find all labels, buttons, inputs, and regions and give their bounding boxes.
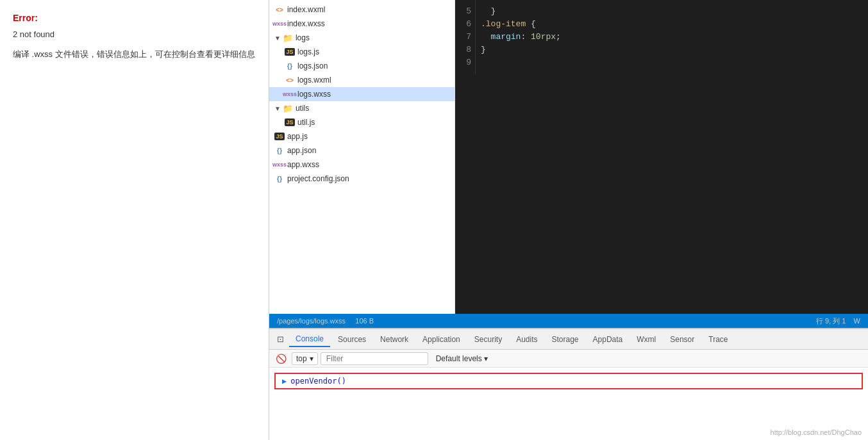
- editor-content: 56789 }.log-item { margin: 10rpx;}: [455, 0, 868, 74]
- tree-item-index-wxml[interactable]: <>index.wxml: [269, 3, 455, 17]
- tree-item-logs-js[interactable]: JSlogs.js: [269, 45, 455, 59]
- tab-sources[interactable]: Sources: [331, 332, 372, 346]
- file-icon-wxss: wxss: [274, 19, 285, 29]
- file-icon-wxss: wxss: [274, 159, 285, 170]
- file-label: logs.js: [297, 47, 319, 56]
- folder-arrow-icon: ▼: [274, 35, 281, 42]
- tab-console[interactable]: Console: [289, 332, 330, 347]
- tree-item-app-json[interactable]: {}app.json: [269, 143, 455, 158]
- tab-appdata[interactable]: AppData: [587, 332, 630, 346]
- inspect-icon[interactable]: ⊡: [273, 332, 288, 346]
- file-icon-json: {}: [285, 61, 295, 71]
- tree-item-logs-json[interactable]: {}logs.json: [269, 59, 455, 73]
- context-value: top: [296, 354, 307, 363]
- code-line: }: [481, 5, 561, 18]
- console-entry[interactable]: ▶ openVendor(): [274, 373, 863, 389]
- file-label: logs.wxss: [297, 90, 331, 99]
- folder-arrow-icon: ▼: [274, 105, 281, 112]
- status-file-path: /pages/logs/logs.wxss 106 B: [277, 317, 374, 325]
- levels-button[interactable]: Default levels ▾: [431, 353, 493, 364]
- line-number: 9: [455, 56, 475, 69]
- tab-application[interactable]: Application: [416, 332, 467, 346]
- file-icon-wxss: wxss: [285, 89, 295, 99]
- tab-security[interactable]: Security: [468, 332, 508, 346]
- devtools-panel: ⊡ Console Sources Network Application Se…: [269, 328, 868, 440]
- error-title: Error:: [13, 13, 256, 23]
- tab-storage[interactable]: Storage: [546, 332, 585, 346]
- file-icon-js: JS: [274, 131, 285, 142]
- console-entry-text: openVendor(): [290, 377, 346, 386]
- line-number: 8: [455, 44, 475, 56]
- clear-console-button[interactable]: 🚫: [273, 352, 289, 365]
- context-selector[interactable]: top ▾: [292, 352, 318, 365]
- file-tree: <>index.wxmlwxssindex.wxss▼📁logsJSlogs.j…: [269, 0, 455, 314]
- console-toolbar: 🚫 top ▾ Default levels ▾: [269, 350, 868, 368]
- error-desc: 编译 .wxss 文件错误，错误信息如上，可在控制台查看更详细信息: [13, 48, 256, 61]
- file-label: util.js: [297, 118, 315, 127]
- tree-item-app-wxss[interactable]: wxssapp.wxss: [269, 158, 455, 172]
- tree-item-index-wxss[interactable]: wxssindex.wxss: [269, 17, 455, 31]
- tree-item-project-config-json[interactable]: {}project.config.json: [269, 172, 455, 186]
- tab-sensor[interactable]: Sensor: [664, 332, 701, 346]
- code-lines: }.log-item { margin: 10rpx;}: [481, 0, 561, 74]
- main-area: <>index.wxmlwxssindex.wxss▼📁logsJSlogs.j…: [269, 0, 868, 314]
- filter-input[interactable]: [321, 352, 428, 365]
- line-number: 7: [455, 31, 475, 44]
- file-label: logs.wxml: [297, 76, 331, 85]
- tree-item-utils[interactable]: ▼📁utils: [269, 101, 455, 115]
- editor-area: 56789 }.log-item { margin: 10rpx;}: [455, 0, 868, 314]
- watermark: http://blog.csdn.net/DhgChao: [771, 428, 862, 436]
- line-number: 6: [455, 18, 475, 31]
- devtools-tabs: ⊡ Console Sources Network Application Se…: [269, 329, 868, 350]
- expand-icon: ▶: [282, 377, 287, 386]
- code-line: margin: 10rpx;: [481, 31, 561, 44]
- file-icon-wxml: <>: [285, 75, 295, 85]
- code-line: .log-item {: [481, 18, 561, 31]
- file-label: utils: [296, 104, 309, 113]
- error-panel: Error: 2 not found 编译 .wxss 文件错误，错误信息如上，…: [0, 0, 269, 440]
- file-icon-folder: 📁: [283, 33, 293, 43]
- tree-item-util-js[interactable]: JSutil.js: [269, 115, 455, 129]
- tab-trace[interactable]: Trace: [702, 332, 734, 346]
- tree-item-logs-wxss[interactable]: wxsslogs.wxss: [269, 87, 455, 101]
- file-icon-js: JS: [285, 47, 295, 57]
- tree-item-logs-wxml[interactable]: <>logs.wxml: [269, 73, 455, 87]
- file-label: app.js: [287, 132, 308, 141]
- tab-network[interactable]: Network: [374, 332, 415, 346]
- file-label: index.wxss: [287, 19, 325, 28]
- file-icon-js: JS: [285, 117, 295, 127]
- right-panel: <>index.wxmlwxssindex.wxss▼📁logsJSlogs.j…: [269, 0, 868, 440]
- chevron-down-icon: ▾: [310, 354, 313, 363]
- status-bar: /pages/logs/logs.wxss 106 B 行 9, 列 1 W: [269, 314, 868, 328]
- status-position: 行 9, 列 1 W: [816, 316, 860, 326]
- levels-arrow-icon: ▾: [484, 354, 488, 363]
- file-label: index.wxml: [287, 5, 325, 14]
- file-icon-folder: 📁: [283, 103, 293, 113]
- line-number: 5: [455, 5, 475, 18]
- file-icon-json: {}: [274, 145, 285, 156]
- file-label: app.json: [287, 146, 316, 155]
- tab-wxml[interactable]: Wxml: [630, 332, 662, 346]
- tree-item-logs[interactable]: ▼📁logs: [269, 31, 455, 45]
- file-label: logs.json: [297, 61, 328, 70]
- file-icon-wxml: <>: [274, 4, 285, 15]
- file-label: logs: [296, 33, 310, 42]
- file-label: project.config.json: [287, 174, 349, 183]
- line-numbers: 56789: [455, 0, 476, 74]
- code-line: }: [481, 44, 561, 56]
- error-code: 2 not found: [13, 29, 256, 39]
- file-icon-json: {}: [274, 174, 285, 184]
- tree-item-app-js[interactable]: JSapp.js: [269, 129, 455, 143]
- file-label: app.wxss: [287, 160, 319, 169]
- tab-audits[interactable]: Audits: [510, 332, 544, 346]
